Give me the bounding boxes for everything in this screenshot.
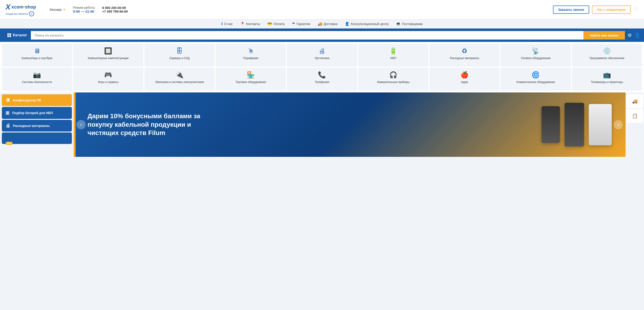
work-hours-time: 9:00 — 21:00 — [73, 9, 95, 13]
measurement-icon: 🎧 — [389, 72, 397, 78]
category-computers[interactable]: 🖥 Компьютеры и ноутбуки — [2, 44, 72, 67]
category-measurement[interactable]: 🎧 Измерительные приборы — [358, 68, 428, 91]
electrics-icon: 🔌 — [176, 72, 184, 78]
category-security[interactable]: 📷 Системы безопасности — [2, 68, 72, 91]
periphery-label: Периферия — [243, 57, 258, 60]
category-ups[interactable]: 🔋 ИБП — [358, 44, 428, 67]
city-selector[interactable]: Москва ▼ — [50, 7, 66, 11]
right-panel-item-1[interactable]: 🚚 — [626, 94, 643, 108]
climate-label: Климатическое оборудование — [516, 80, 555, 84]
categories-wrapper: 🖥 Компьютеры и ноутбуки 🔲 Компьютерные к… — [0, 42, 644, 92]
electrics-label: Электрика и системы электропитания — [155, 80, 204, 84]
network-icon: 📡 — [532, 48, 540, 54]
category-network[interactable]: 📡 Сетевое оборудование — [500, 44, 571, 67]
nav-item-suppliers[interactable]: 💻 Поставщикам — [396, 22, 423, 26]
search-input[interactable] — [31, 31, 584, 39]
category-apple[interactable]: 🍎 Apple — [429, 68, 500, 91]
nav-item-about[interactable]: ℹ О нас — [221, 22, 233, 26]
servers-label: Серверы и СХД — [169, 57, 190, 60]
nav-item-warranty[interactable]: ☂ Гарантия — [292, 22, 310, 26]
banner-title: Дарим 10% бонусными баллами за покупку к… — [88, 112, 203, 137]
nav-item-payment[interactable]: 💳 Оплата — [268, 22, 284, 26]
category-games[interactable]: 🎮 Игры и сервисы — [73, 68, 143, 91]
right-panel-item-2[interactable]: 📋 — [626, 109, 643, 123]
trade-label: Торговое оборудование — [236, 80, 266, 84]
sidebar-configurator[interactable]: 🖥 Конфигуратор ПК — [2, 94, 72, 106]
category-electrics[interactable]: 🔌 Электрика и системы электропитания — [144, 68, 215, 91]
nav-item-contacts[interactable]: 📍 Контакты — [240, 22, 260, 26]
info-icon: ℹ — [221, 22, 223, 26]
security-icon: 📷 — [33, 72, 41, 78]
right-panel: 🚚 📋 — [626, 92, 644, 157]
logo-brand-text: xcom•shop — [11, 4, 36, 10]
batteries-label: Подбор батарей для ИБП — [12, 111, 53, 115]
sidebar-batteries[interactable]: ⊞ Подбор батарей для ИБП — [2, 107, 72, 119]
ups-label: ИБП — [390, 57, 396, 60]
category-trade[interactable]: 🏪 Торговое оборудование — [216, 68, 286, 91]
office-icon: 🖨 — [319, 48, 325, 54]
category-tv[interactable]: 📺 Телевизоры и проекторы — [572, 68, 642, 91]
banner-prev-button[interactable]: ‹ — [76, 120, 86, 129]
ups-icon: 🔋 — [389, 48, 397, 54]
logo-globe-icon: ◎ — [29, 11, 34, 16]
computers-icon: 🖥 — [34, 48, 40, 54]
consumables-label: Расходные материалы — [450, 57, 479, 60]
suppliers-icon: 💻 — [396, 22, 400, 26]
category-servers[interactable]: 🗄 Серверы и СХД — [144, 44, 215, 67]
nav-bar: ℹ О нас 📍 Контакты 💳 Оплата ☂ Гарантия 🚚… — [0, 19, 644, 28]
telephony-icon: 📞 — [318, 72, 326, 78]
tv-icon: 📺 — [603, 72, 611, 78]
nav-item-delivery[interactable]: 🚚 Доставка — [318, 22, 338, 26]
logo[interactable]: X xcom•shop откуда все берется ◎ — [6, 3, 42, 16]
trade-icon: 🏪 — [247, 72, 255, 78]
catalog-button[interactable]: Каталог — [4, 31, 31, 39]
logo-x-letter: X — [6, 3, 10, 11]
sidebar-consumables[interactable]: 🖨 Расходные материалы — [2, 120, 72, 132]
apple-label: Apple — [461, 80, 468, 84]
banner-product-cleaner — [589, 104, 612, 145]
sidebar-consumables-icon: 🖨 — [6, 123, 10, 128]
search-button[interactable]: Найти икс-комое — [584, 31, 625, 39]
nav-label-payment: Оплата — [274, 22, 284, 26]
nav-item-consulting[interactable]: 👤 Консультационный центр — [345, 22, 388, 26]
banner-next-button[interactable]: › — [614, 120, 623, 129]
category-periphery[interactable]: 🖱 Периферия — [216, 44, 286, 67]
games-icon: 🎮 — [104, 72, 112, 78]
phone-2: +7 495 799-96-69 — [102, 10, 128, 13]
apple-icon: 🍎 — [460, 72, 468, 78]
favorites-icon[interactable]: ♡ — [634, 6, 638, 13]
chat-button[interactable]: Чат с оператором — [592, 5, 631, 14]
grid-icon — [7, 33, 11, 37]
category-software[interactable]: 💿 Программное обеспечение — [572, 44, 642, 67]
network-label: Сетевое оборудование — [521, 57, 551, 60]
tv-label: Телевизоры и проекторы — [591, 80, 623, 84]
user-icon[interactable]: 👤 — [634, 32, 640, 38]
software-label: Программное обеспечение — [590, 57, 624, 60]
city-label: Москва — [50, 7, 62, 11]
climate-icon: 🌀 — [532, 72, 540, 78]
servers-icon: 🗄 — [176, 48, 183, 54]
computers-label: Компьютеры и ноутбуки — [22, 57, 52, 60]
phone-block: 8 800 200-00-69 +7 495 799-96-69 — [102, 6, 128, 13]
work-hours-label: Режим работы — [73, 6, 95, 9]
banner-products — [542, 103, 612, 147]
nav-label-consulting: Консультационный центр — [351, 22, 388, 26]
consulting-icon: 👤 — [345, 22, 350, 26]
callback-button[interactable]: Заказать звонок — [553, 5, 589, 14]
configurator-label: Конфигуратор ПК — [13, 98, 41, 102]
bottom-area: 🖥 Конфигуратор ПК ⊞ Подбор батарей для И… — [0, 92, 644, 157]
category-telephony[interactable]: 📞 Телефония — [287, 68, 357, 91]
settings-icon[interactable]: ⚙ — [628, 32, 632, 38]
measurement-label: Измерительные приборы — [377, 80, 410, 84]
category-components[interactable]: 🔲 Компьютерные комплектующие — [73, 44, 143, 67]
category-consumables[interactable]: ♻ Расходные материалы — [429, 44, 500, 67]
categories-row2: 📷 Системы безопасности 🎮 Игры и сервисы … — [2, 68, 642, 91]
category-office[interactable]: 🖨 Оргтехника — [287, 44, 357, 67]
location-icon: 📍 — [240, 22, 245, 26]
sidebar-new-item[interactable]: NEW — [2, 133, 72, 144]
banner-product-cable2 — [564, 103, 584, 147]
header-buttons: Заказать звонок Чат с оператором ♡ — [553, 5, 638, 14]
banner-content: Дарим 10% бонусными баллами за покупку к… — [74, 103, 216, 146]
consumables-icon: ♻ — [462, 48, 467, 54]
category-climate[interactable]: 🌀 Климатическое оборудование — [500, 68, 571, 91]
